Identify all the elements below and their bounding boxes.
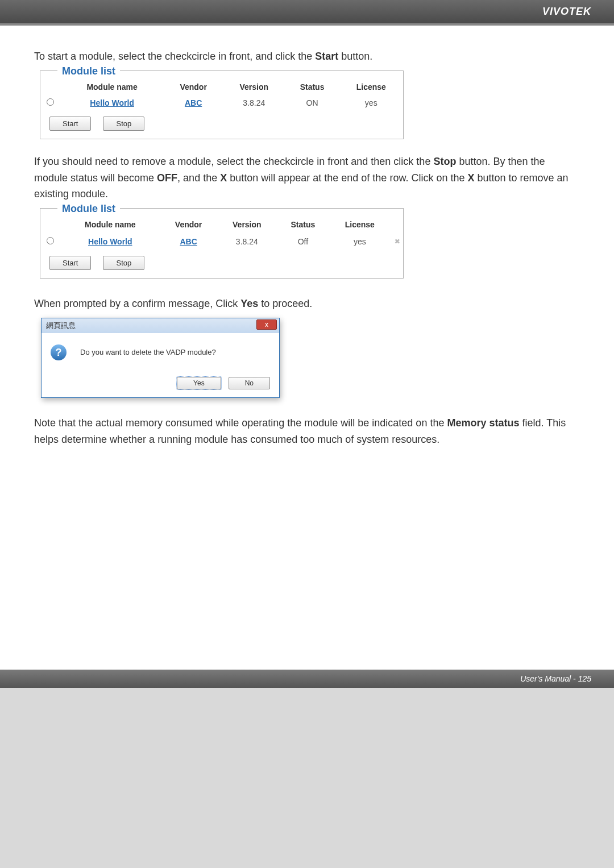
module-table-off: Module name Vendor Version Status Licens… (40, 217, 403, 250)
dialog-yes-button[interactable]: Yes (177, 377, 221, 389)
header-license: License (339, 79, 403, 95)
header-status: Status (277, 217, 329, 232)
header-version: Version (217, 217, 277, 232)
delete-module-icon[interactable]: ✖ (395, 236, 399, 247)
footer-label: User's Manual - (520, 674, 578, 683)
paragraph-confirm: When prompted by a confirm message, Clic… (34, 296, 580, 312)
module-list-legend: Module list (57, 203, 120, 215)
version-cell: 3.8.24 (223, 95, 285, 111)
header-status: Status (285, 79, 339, 95)
start-button[interactable]: Start (49, 256, 91, 270)
module-name-link[interactable]: Hello World (90, 98, 134, 107)
brand-text: VIVOTEK (542, 6, 591, 17)
start-button[interactable]: Start (49, 117, 91, 131)
dialog-no-button[interactable]: No (229, 377, 270, 389)
module-select-radio[interactable] (47, 237, 54, 244)
module-list-panel-off: Module list Module name Vendor Version S… (40, 208, 404, 279)
stop-button[interactable]: Stop (103, 117, 144, 131)
status-cell: ON (285, 95, 339, 111)
status-cell: Off (277, 232, 329, 250)
question-icon: ? (51, 344, 67, 360)
stop-button[interactable]: Stop (103, 256, 144, 270)
module-list-panel-on: Module list Module name Vendor Version S… (40, 70, 404, 139)
dialog-message: Do you want to delete the VADP module? (80, 348, 216, 356)
table-row: Hello World ABC 3.8.24 Off yes ✖ (40, 232, 403, 250)
paragraph-memory-note: Note that the actual memory consumed whi… (34, 415, 580, 448)
paragraph-start-module: To start a module, select the checkcircl… (34, 48, 580, 65)
vendor-link[interactable]: ABC (185, 98, 202, 107)
header-module-name: Module name (60, 217, 160, 232)
vendor-link[interactable]: ABC (180, 237, 197, 246)
footer-page: 125 (578, 674, 591, 683)
header-license: License (329, 217, 391, 232)
version-cell: 3.8.24 (217, 232, 277, 250)
module-list-legend: Module list (57, 65, 120, 77)
license-cell: yes (339, 95, 403, 111)
dialog-close-button[interactable]: x (256, 319, 277, 330)
header-version: Version (223, 79, 285, 95)
page-footer: User's Manual - 125 (0, 670, 614, 688)
table-header-row: Module name Vendor Version Status Licens… (40, 79, 403, 95)
module-name-link[interactable]: Hello World (88, 237, 132, 246)
table-row: Hello World ABC 3.8.24 ON yes (40, 95, 403, 111)
dialog-titlebar: 網頁訊息 x (42, 318, 279, 333)
license-cell: yes (329, 232, 391, 250)
module-table-on: Module name Vendor Version Status Licens… (40, 79, 403, 111)
header-vendor: Vendor (160, 217, 217, 232)
header-module-name: Module name (60, 79, 164, 95)
dialog-title-text: 網頁訊息 (46, 321, 76, 330)
module-select-radio[interactable] (47, 98, 54, 106)
header-vendor: Vendor (164, 79, 223, 95)
table-header-row: Module name Vendor Version Status Licens… (40, 217, 403, 232)
page-header: VIVOTEK (0, 0, 614, 26)
confirm-dialog: 網頁訊息 x ? Do you want to delete the VADP … (41, 318, 280, 398)
paragraph-remove-module: If you should need to remove a module, s… (34, 153, 580, 202)
